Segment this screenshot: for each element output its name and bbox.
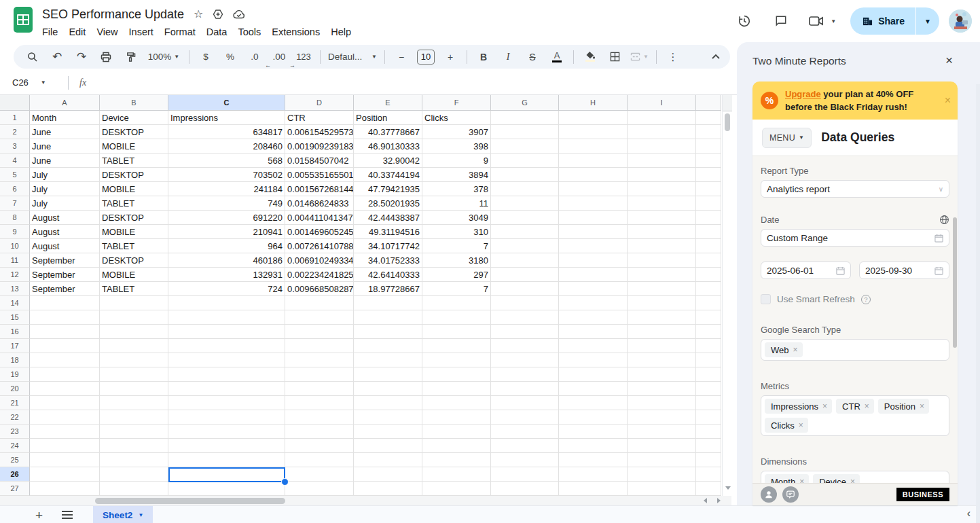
remove-chip-icon[interactable]: × [865,401,869,411]
row-header-20[interactable]: 20 [0,382,30,396]
add-sheet-button[interactable]: + [35,509,43,522]
report-type-select[interactable]: Analytics report ∨ [761,180,949,198]
cell[interactable] [696,154,721,168]
cell[interactable]: 0.007261410788 [285,239,354,253]
cell[interactable]: 0.004411041347 [285,211,354,225]
cell[interactable]: MOBILE [100,225,168,239]
cell[interactable]: MOBILE [100,268,168,282]
cell[interactable] [559,253,628,268]
cell[interactable]: 568 [168,154,285,168]
cell[interactable] [491,211,559,225]
cell[interactable] [696,296,721,310]
cell[interactable] [491,139,559,154]
cell[interactable]: TABLET [100,154,168,168]
cell[interactable] [168,439,285,453]
cell[interactable]: 28.50201935 [354,196,422,211]
row-header-22[interactable]: 22 [0,410,30,425]
share-button[interactable]: Share ▼ [850,7,939,35]
sheet-tab-caret[interactable]: ▼ [138,512,143,518]
scroll-down-arrow-icon[interactable] [725,486,731,490]
sheet-tab-sheet2[interactable]: Sheet2 ▼ [93,506,153,523]
cell[interactable] [285,453,354,467]
cell[interactable] [491,296,559,310]
cell[interactable] [30,296,100,310]
cell[interactable] [30,353,100,367]
cell[interactable] [354,339,422,353]
cloud-saved-icon[interactable] [233,10,245,19]
cell[interactable] [696,139,721,154]
cell[interactable] [559,168,628,182]
cell[interactable] [628,182,696,196]
account-icon[interactable] [761,486,777,503]
cell[interactable] [628,282,696,296]
cell[interactable] [422,453,491,467]
menu-view[interactable]: View [91,24,123,39]
cell[interactable] [696,168,721,182]
cell[interactable]: 49.31194516 [354,225,422,239]
cell[interactable]: 18.97728667 [354,282,422,296]
cell[interactable] [696,382,721,396]
fill-handle[interactable] [281,478,289,486]
cell[interactable] [696,410,721,425]
cell[interactable] [559,211,628,225]
cell[interactable] [30,453,100,467]
cell[interactable] [30,310,100,325]
cell[interactable] [696,353,721,367]
row-header-15[interactable]: 15 [0,310,30,325]
row-header-23[interactable]: 23 [0,425,30,439]
cell[interactable] [168,425,285,439]
cell[interactable]: MOBILE [100,182,168,196]
cell[interactable] [285,325,354,339]
cell[interactable] [422,382,491,396]
cell[interactable] [285,339,354,353]
remove-chip-icon[interactable]: × [920,401,924,411]
cell[interactable] [422,325,491,339]
menu-help[interactable]: Help [325,24,357,39]
cell[interactable] [168,482,285,496]
chip-position[interactable]: Position× [878,399,929,414]
cell[interactable] [628,111,696,125]
column-header-C[interactable]: C [168,95,285,111]
cell[interactable] [491,253,559,268]
cell[interactable] [559,325,628,339]
cell[interactable] [285,353,354,367]
cell[interactable]: Month [30,111,100,125]
cell[interactable] [559,367,628,382]
cell[interactable] [354,310,422,325]
all-sheets-icon[interactable] [62,511,73,519]
decrease-decimals-button[interactable]: .0← [242,48,267,66]
cell[interactable] [491,382,559,396]
cell[interactable] [559,439,628,453]
row-header-1[interactable]: 1 [0,111,30,125]
cell[interactable]: 0.006154529573 [285,125,354,139]
borders-icon[interactable] [602,48,627,66]
cell[interactable] [628,453,696,467]
scroll-right-arrow-icon[interactable] [717,498,721,503]
account-avatar[interactable] [949,10,972,33]
cell[interactable] [696,467,721,482]
row-header-4[interactable]: 4 [0,154,30,168]
formula-input[interactable] [86,71,737,94]
paint-format-icon[interactable] [118,48,143,66]
horizontal-scrollbar[interactable] [0,496,731,505]
cell[interactable] [491,353,559,367]
cell[interactable] [628,154,696,168]
row-header-14[interactable]: 14 [0,296,30,310]
undo-icon[interactable]: ↶ [45,48,69,66]
cell[interactable]: 724 [168,282,285,296]
cell[interactable] [559,467,628,482]
cell[interactable] [491,182,559,196]
cell[interactable] [285,296,354,310]
cell[interactable] [422,482,491,496]
cell[interactable]: Position [354,111,422,125]
cell[interactable]: 34.01752333 [354,253,422,268]
cell[interactable] [491,168,559,182]
cell[interactable] [285,382,354,396]
cell[interactable] [491,196,559,211]
cell[interactable] [696,211,721,225]
cell[interactable] [30,325,100,339]
cell[interactable]: 0.01584507042 [285,154,354,168]
cell[interactable] [354,439,422,453]
cell[interactable]: Clicks [422,111,491,125]
cell[interactable] [100,410,168,425]
